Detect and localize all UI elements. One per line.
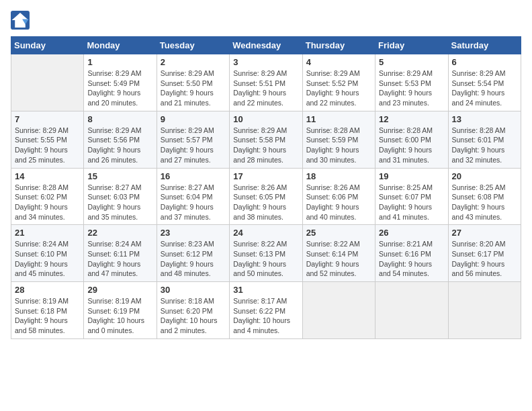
day-info: Sunrise: 8:29 AMSunset: 5:56 PMDaylight:… [87, 126, 152, 165]
day-info: Sunrise: 8:27 AMSunset: 6:04 PMDaylight:… [161, 183, 226, 222]
day-number: 8 [87, 114, 152, 124]
day-info: Sunrise: 8:25 AMSunset: 6:08 PMDaylight:… [452, 183, 517, 222]
day-info: Sunrise: 8:29 AMSunset: 5:49 PMDaylight:… [87, 68, 152, 108]
day-info: Sunrise: 8:29 AMSunset: 5:53 PMDaylight:… [379, 68, 444, 108]
day-info: Sunrise: 8:24 AMSunset: 6:10 PMDaylight:… [15, 239, 80, 279]
day-info: Sunrise: 8:19 AMSunset: 6:19 PMDaylight:… [87, 296, 152, 336]
calendar-cell: 19Sunrise: 8:25 AMSunset: 6:07 PMDayligh… [375, 168, 448, 225]
day-info: Sunrise: 8:26 AMSunset: 6:05 PMDaylight:… [233, 183, 298, 222]
day-number: 19 [379, 171, 444, 181]
day-number: 17 [233, 171, 298, 181]
calendar-header-tuesday: Tuesday [157, 37, 229, 54]
calendar-cell: 20Sunrise: 8:25 AMSunset: 6:08 PMDayligh… [448, 168, 521, 225]
day-number: 16 [161, 171, 226, 181]
day-number: 1 [87, 57, 152, 67]
calendar-cell: 22Sunrise: 8:24 AMSunset: 6:11 PMDayligh… [84, 225, 157, 282]
day-info: Sunrise: 8:29 AMSunset: 5:54 PMDaylight:… [452, 68, 517, 108]
day-info: Sunrise: 8:17 AMSunset: 6:22 PMDaylight:… [233, 296, 298, 336]
day-info: Sunrise: 8:28 AMSunset: 6:02 PMDaylight:… [15, 183, 80, 222]
day-number: 20 [452, 171, 517, 181]
calendar-cell: 27Sunrise: 8:20 AMSunset: 6:17 PMDayligh… [448, 225, 521, 282]
day-number: 14 [15, 171, 80, 181]
day-number: 2 [161, 57, 226, 67]
day-number: 21 [15, 228, 80, 238]
calendar-header-friday: Friday [375, 37, 448, 54]
day-info: Sunrise: 8:20 AMSunset: 6:17 PMDaylight:… [452, 239, 517, 279]
day-number: 11 [306, 114, 371, 124]
calendar-table: SundayMondayTuesdayWednesdayThursdayFrid… [11, 36, 521, 339]
day-info: Sunrise: 8:22 AMSunset: 6:14 PMDaylight:… [306, 239, 371, 279]
calendar-cell: 9Sunrise: 8:29 AMSunset: 5:57 PMDaylight… [157, 111, 229, 168]
logo-icon [11, 11, 30, 30]
day-info: Sunrise: 8:29 AMSunset: 5:58 PMDaylight:… [233, 126, 298, 165]
calendar-cell: 5Sunrise: 8:29 AMSunset: 5:53 PMDaylight… [375, 54, 448, 111]
calendar-cell: 29Sunrise: 8:19 AMSunset: 6:19 PMDayligh… [84, 282, 157, 339]
day-info: Sunrise: 8:28 AMSunset: 6:00 PMDaylight:… [379, 126, 444, 165]
day-info: Sunrise: 8:22 AMSunset: 6:13 PMDaylight:… [233, 239, 298, 279]
calendar-week-3: 14Sunrise: 8:28 AMSunset: 6:02 PMDayligh… [11, 168, 521, 225]
logo [11, 11, 32, 30]
day-number: 25 [306, 228, 371, 238]
day-number: 29 [87, 285, 152, 295]
day-number: 18 [306, 171, 371, 181]
day-info: Sunrise: 8:28 AMSunset: 5:59 PMDaylight:… [306, 126, 371, 165]
calendar-cell [448, 282, 521, 339]
calendar-cell [375, 282, 448, 339]
calendar-cell: 6Sunrise: 8:29 AMSunset: 5:54 PMDaylight… [448, 54, 521, 111]
day-info: Sunrise: 8:23 AMSunset: 6:12 PMDaylight:… [161, 239, 226, 279]
calendar-cell: 23Sunrise: 8:23 AMSunset: 6:12 PMDayligh… [157, 225, 229, 282]
day-number: 12 [379, 114, 444, 124]
calendar-cell: 21Sunrise: 8:24 AMSunset: 6:10 PMDayligh… [11, 225, 84, 282]
day-number: 28 [15, 285, 80, 295]
calendar-cell: 1Sunrise: 8:29 AMSunset: 5:49 PMDaylight… [84, 54, 157, 111]
calendar-cell: 28Sunrise: 8:19 AMSunset: 6:18 PMDayligh… [11, 282, 84, 339]
day-number: 9 [161, 114, 226, 124]
page-header [11, 11, 521, 30]
day-info: Sunrise: 8:25 AMSunset: 6:07 PMDaylight:… [379, 183, 444, 222]
calendar-cell [11, 54, 84, 111]
day-number: 27 [452, 228, 517, 238]
calendar-cell: 17Sunrise: 8:26 AMSunset: 6:05 PMDayligh… [230, 168, 302, 225]
calendar-header-monday: Monday [84, 37, 157, 54]
calendar-header-row: SundayMondayTuesdayWednesdayThursdayFrid… [11, 37, 521, 54]
calendar-header-wednesday: Wednesday [230, 37, 302, 54]
day-number: 3 [233, 57, 298, 67]
day-info: Sunrise: 8:18 AMSunset: 6:20 PMDaylight:… [161, 296, 226, 336]
calendar-cell: 14Sunrise: 8:28 AMSunset: 6:02 PMDayligh… [11, 168, 84, 225]
calendar-cell: 12Sunrise: 8:28 AMSunset: 6:00 PMDayligh… [375, 111, 448, 168]
calendar-cell: 2Sunrise: 8:29 AMSunset: 5:50 PMDaylight… [157, 54, 229, 111]
calendar-cell: 24Sunrise: 8:22 AMSunset: 6:13 PMDayligh… [230, 225, 302, 282]
calendar-cell: 3Sunrise: 8:29 AMSunset: 5:51 PMDaylight… [230, 54, 302, 111]
day-info: Sunrise: 8:29 AMSunset: 5:55 PMDaylight:… [15, 126, 80, 165]
day-number: 24 [233, 228, 298, 238]
calendar-cell: 16Sunrise: 8:27 AMSunset: 6:04 PMDayligh… [157, 168, 229, 225]
calendar-week-4: 21Sunrise: 8:24 AMSunset: 6:10 PMDayligh… [11, 225, 521, 282]
calendar-cell: 26Sunrise: 8:21 AMSunset: 6:16 PMDayligh… [375, 225, 448, 282]
day-number: 10 [233, 114, 298, 124]
calendar-cell: 13Sunrise: 8:28 AMSunset: 6:01 PMDayligh… [448, 111, 521, 168]
day-info: Sunrise: 8:29 AMSunset: 5:57 PMDaylight:… [161, 126, 226, 165]
calendar-header-sunday: Sunday [11, 37, 84, 54]
calendar-cell [302, 282, 375, 339]
day-number: 31 [233, 285, 298, 295]
calendar-cell: 4Sunrise: 8:29 AMSunset: 5:52 PMDaylight… [302, 54, 375, 111]
day-info: Sunrise: 8:21 AMSunset: 6:16 PMDaylight:… [379, 239, 444, 279]
day-info: Sunrise: 8:24 AMSunset: 6:11 PMDaylight:… [87, 239, 152, 279]
day-number: 30 [161, 285, 226, 295]
calendar-header-saturday: Saturday [448, 37, 521, 54]
day-number: 23 [161, 228, 226, 238]
day-number: 26 [379, 228, 444, 238]
day-number: 4 [306, 57, 371, 67]
day-info: Sunrise: 8:27 AMSunset: 6:03 PMDaylight:… [87, 183, 152, 222]
day-number: 7 [15, 114, 80, 124]
calendar-cell: 31Sunrise: 8:17 AMSunset: 6:22 PMDayligh… [230, 282, 302, 339]
calendar-cell: 8Sunrise: 8:29 AMSunset: 5:56 PMDaylight… [84, 111, 157, 168]
calendar-cell: 15Sunrise: 8:27 AMSunset: 6:03 PMDayligh… [84, 168, 157, 225]
calendar-week-5: 28Sunrise: 8:19 AMSunset: 6:18 PMDayligh… [11, 282, 521, 339]
day-info: Sunrise: 8:29 AMSunset: 5:50 PMDaylight:… [161, 68, 226, 108]
calendar-cell: 7Sunrise: 8:29 AMSunset: 5:55 PMDaylight… [11, 111, 84, 168]
day-info: Sunrise: 8:29 AMSunset: 5:52 PMDaylight:… [306, 68, 371, 108]
day-number: 22 [87, 228, 152, 238]
calendar-cell: 10Sunrise: 8:29 AMSunset: 5:58 PMDayligh… [230, 111, 302, 168]
calendar-cell: 18Sunrise: 8:26 AMSunset: 6:06 PMDayligh… [302, 168, 375, 225]
